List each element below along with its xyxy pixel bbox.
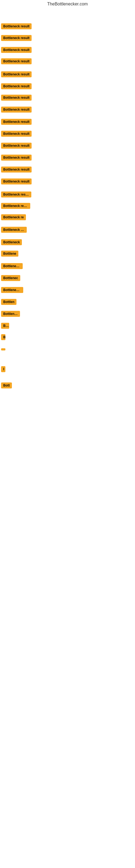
bottleneck-badge: Bott bbox=[1, 382, 12, 389]
bottleneck-badge: Bottleneck result bbox=[1, 191, 31, 197]
bottleneck-badge: I bbox=[1, 366, 5, 372]
bottleneck-badge-row: Bottleneck bbox=[1, 239, 22, 246]
bottleneck-badge-row: Bottleneck result bbox=[1, 143, 32, 150]
bottleneck-badge: Bottleneck result bbox=[1, 203, 30, 209]
bottleneck-badge: Bottleneck result bbox=[1, 47, 32, 53]
bottleneck-badge: Bottleneck result bbox=[1, 95, 32, 101]
bottleneck-badge: Bo bbox=[1, 323, 9, 329]
bottleneck-badge: Bottleneck bbox=[1, 311, 20, 317]
bottleneck-badge: Bottleneck result bbox=[1, 35, 32, 41]
bottleneck-badge: Bottleneck result bbox=[1, 131, 32, 137]
bottleneck-badge: Bottleneck result bbox=[1, 58, 32, 64]
bottleneck-badge-row: Bottlenec bbox=[1, 275, 20, 282]
bottleneck-badge-row: Bottleneck result bbox=[1, 155, 32, 162]
bottleneck-badge-row: Bottleneck re bbox=[1, 287, 23, 294]
bottleneck-badge-row: Bottleneck result bbox=[1, 83, 32, 90]
bottleneck-badge-row: Bottleneck resul bbox=[1, 227, 27, 234]
bottleneck-badge-row: I bbox=[1, 366, 5, 373]
bottleneck-badge-row: Bottleneck result bbox=[1, 179, 32, 186]
bottleneck-badge-row: Bottleneck result bbox=[1, 71, 32, 79]
bottleneck-badge: Bottleneck bbox=[1, 239, 22, 245]
bottleneck-badge-row: Bottlen bbox=[1, 299, 16, 306]
bottleneck-badge: Bottleneck result bbox=[1, 106, 32, 113]
bottleneck-badge-row: B bbox=[1, 334, 5, 341]
bottleneck-badge: Bottleneck result bbox=[1, 166, 32, 173]
bottleneck-badge: Bottleneck result bbox=[1, 155, 32, 161]
bottleneck-badge-row: Bottleneck result bbox=[1, 191, 31, 198]
bottleneck-badge: Bottleneck re bbox=[1, 287, 23, 293]
bottleneck-badge: Bottlen bbox=[1, 299, 16, 305]
bottleneck-badge-row: Bottleneck bbox=[1, 311, 20, 318]
bottleneck-badge-row: Bottleneck result bbox=[1, 106, 32, 114]
bottleneck-badge: Bottlenec bbox=[1, 275, 20, 281]
bottleneck-badge: Bottleneck result bbox=[1, 119, 32, 125]
bottleneck-badge bbox=[1, 348, 5, 350]
bottleneck-badge: Bottleneck result bbox=[1, 143, 32, 149]
bottleneck-badge-row: Bottleneck result bbox=[1, 95, 32, 102]
bottleneck-badge-row: Bottleneck result bbox=[1, 203, 30, 210]
bottleneck-badge-row: Bott bbox=[1, 382, 12, 390]
bottleneck-badge-row bbox=[1, 347, 5, 351]
bottleneck-badge: Bottleneck r bbox=[1, 263, 23, 269]
bottleneck-badge: Bottleneck result bbox=[1, 71, 32, 77]
bottleneck-badge-row: Bottleneck result bbox=[1, 35, 32, 42]
bottleneck-badge-row: Bo bbox=[1, 323, 9, 330]
bottleneck-badge-row: Bottleneck result bbox=[1, 119, 32, 126]
bottleneck-badge: Bottleneck resul bbox=[1, 227, 27, 233]
bottleneck-badge-row: Bottleneck result bbox=[1, 58, 32, 65]
bottleneck-badge: Bottleneck result bbox=[1, 83, 32, 89]
bottleneck-badge-row: Bottlene bbox=[1, 251, 18, 258]
bottleneck-badge: Bottleneck result bbox=[1, 179, 32, 184]
bottleneck-badge: Bottleneck re bbox=[1, 214, 26, 220]
bottleneck-badge: B bbox=[1, 334, 5, 340]
site-title: TheBottlenecker.com bbox=[0, 0, 135, 8]
bottleneck-badge: Bottlene bbox=[1, 251, 18, 257]
bottleneck-badge: Bottleneck result bbox=[1, 23, 32, 29]
bottleneck-badge-row: Bottleneck re bbox=[1, 214, 26, 221]
bottleneck-badge-row: Bottleneck result bbox=[1, 166, 32, 174]
bottleneck-badge-row: Bottleneck result bbox=[1, 47, 32, 54]
bottleneck-badge-row: Bottleneck result bbox=[1, 131, 32, 138]
bottleneck-badge-row: Bottleneck result bbox=[1, 23, 32, 30]
bottleneck-badge-row: Bottleneck r bbox=[1, 263, 23, 270]
